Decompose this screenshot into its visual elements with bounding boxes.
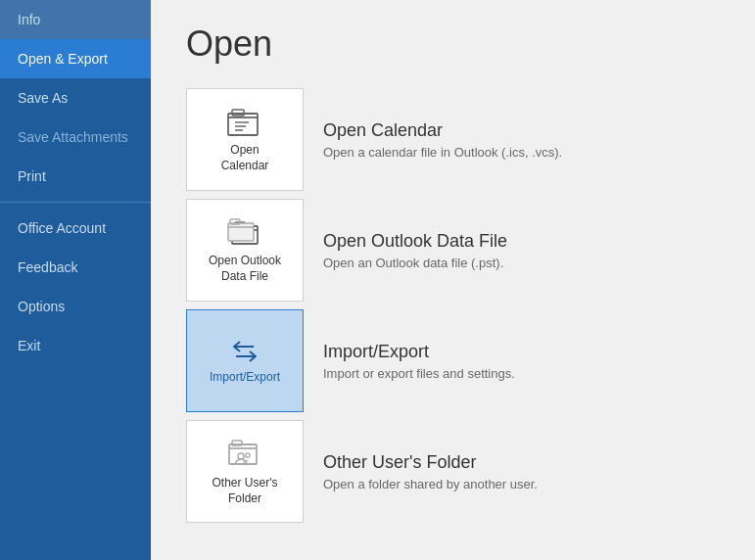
option-desc-open-calendar: Open a calendar file in Outlook (.ics, .… — [323, 145, 562, 160]
sidebar-item-office-account[interactable]: Office Account — [0, 209, 151, 248]
svg-point-13 — [238, 453, 244, 459]
option-card-import-export[interactable]: Import/Export — [186, 309, 304, 412]
option-info-open-outlook-data: Open Outlook Data File Open an Outlook d… — [323, 231, 507, 270]
sidebar-item-options[interactable]: Options — [0, 287, 151, 326]
option-row-import-export: Import/Export Import/Export Import or ex… — [186, 309, 720, 412]
option-row-open-calendar: OpenCalendar Open Calendar Open a calend… — [186, 88, 720, 191]
options-grid: OpenCalendar Open Calendar Open a calend… — [186, 88, 720, 523]
sidebar-item-exit[interactable]: Exit — [0, 326, 151, 365]
svg-rect-7 — [228, 223, 254, 241]
option-desc-open-outlook-data: Open an Outlook data file (.pst). — [323, 256, 507, 270]
option-card-open-calendar[interactable]: OpenCalendar — [186, 88, 304, 191]
option-title-open-calendar: Open Calendar — [323, 120, 562, 141]
other-users-folder-icon — [226, 437, 263, 470]
sidebar-item-save-attachments[interactable]: Save Attachments — [0, 117, 151, 157]
open-outlook-data-icon — [226, 216, 263, 248]
option-card-other-users-folder[interactable]: Other User'sFolder — [186, 420, 304, 523]
open-calendar-icon — [226, 106, 263, 137]
option-info-import-export: Import/Export Import or export files and… — [323, 342, 515, 381]
other-users-folder-label: Other User'sFolder — [212, 476, 278, 506]
option-title-import-export: Import/Export — [323, 342, 515, 362]
sidebar-item-feedback[interactable]: Feedback — [0, 248, 151, 287]
sidebar-item-label: Office Account — [18, 220, 106, 236]
sidebar-divider — [0, 202, 151, 203]
open-calendar-label: OpenCalendar — [221, 143, 269, 173]
sidebar-item-info[interactable]: Info — [0, 0, 151, 39]
svg-point-14 — [246, 453, 250, 457]
open-outlook-data-label: Open OutlookData File — [209, 254, 281, 284]
svg-rect-1 — [232, 110, 244, 116]
import-export-icon — [226, 337, 263, 364]
svg-rect-12 — [232, 441, 242, 445]
option-desc-import-export: Import or export files and settings. — [323, 366, 515, 381]
option-row-open-outlook-data: Open OutlookData File Open Outlook Data … — [186, 199, 720, 302]
sidebar-item-label: Print — [18, 168, 46, 184]
option-row-other-users-folder: Other User'sFolder Other User's Folder O… — [186, 420, 720, 523]
sidebar-item-save-as[interactable]: Save As — [0, 78, 151, 117]
option-desc-other-users-folder: Open a folder shared by another user. — [323, 477, 538, 491]
sidebar-item-label: Open & Export — [18, 51, 108, 67]
option-title-open-outlook-data: Open Outlook Data File — [323, 231, 507, 252]
main-content: Open OpenCalendar — [151, 0, 755, 560]
sidebar-item-label: Exit — [18, 338, 40, 353]
sidebar-item-label: Save As — [18, 90, 68, 106]
sidebar-item-label: Info — [18, 12, 40, 27]
sidebar-item-print[interactable]: Print — [0, 157, 151, 196]
sidebar-item-label: Save Attachments — [18, 129, 128, 145]
sidebar-item-label: Feedback — [18, 259, 77, 275]
option-info-open-calendar: Open Calendar Open a calendar file in Ou… — [323, 120, 562, 160]
page-title: Open — [186, 23, 720, 65]
option-title-other-users-folder: Other User's Folder — [323, 452, 538, 473]
import-export-label: Import/Export — [210, 370, 280, 386]
option-card-open-outlook-data[interactable]: Open OutlookData File — [186, 199, 304, 302]
sidebar-item-label: Options — [18, 299, 65, 314]
option-info-other-users-folder: Other User's Folder Open a folder shared… — [323, 452, 538, 491]
sidebar-item-open-export[interactable]: Open & Export — [0, 39, 151, 78]
sidebar: Info Open & Export Save As Save Attachme… — [0, 0, 151, 560]
